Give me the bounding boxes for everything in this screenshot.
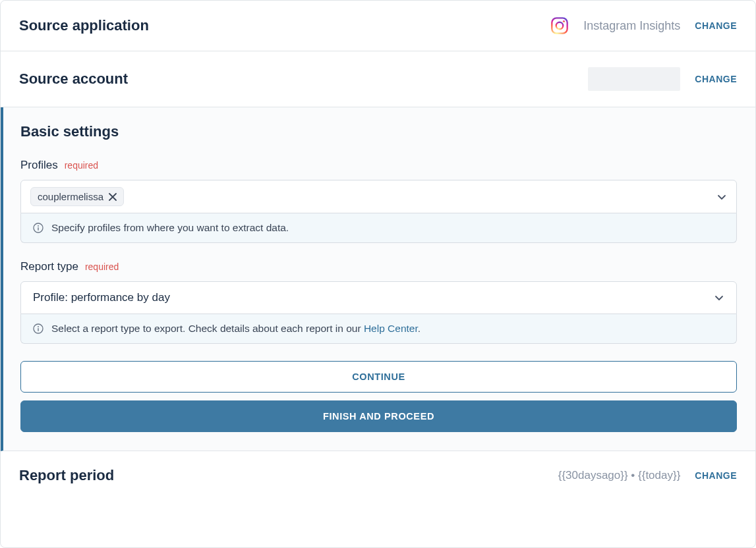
svg-rect-5: [38, 227, 38, 231]
report-type-help-text: Select a report type to export. Check de…: [51, 323, 421, 335]
source-application-change-button[interactable]: CHANGE: [695, 20, 737, 31]
help-center-link[interactable]: Help Center: [364, 323, 418, 334]
source-account-change-button[interactable]: CHANGE: [695, 74, 737, 84]
source-account-value-placeholder: [588, 67, 680, 91]
report-type-help-post: .: [418, 323, 421, 334]
profiles-help: Specify profiles from where you want to …: [20, 213, 737, 243]
report-type-label: Report type: [20, 260, 78, 273]
report-period-title: Report period: [19, 467, 114, 484]
svg-point-2: [563, 20, 565, 22]
source-account-right: CHANGE: [588, 67, 737, 91]
source-application-row: Source application: [19, 16, 737, 35]
source-account-section: Source account CHANGE: [1, 51, 755, 107]
instagram-icon: [550, 16, 569, 35]
profiles-required-label: required: [65, 160, 98, 171]
report-type-field: Report type required Profile: performanc…: [20, 260, 737, 344]
profiles-label: Profiles: [20, 159, 58, 172]
info-icon: [33, 323, 44, 334]
report-period-change-button[interactable]: CHANGE: [695, 470, 737, 481]
svg-point-7: [38, 326, 39, 327]
report-period-row: Report period {{30daysago}} • {{today}} …: [19, 467, 737, 484]
profiles-help-text: Specify profiles from where you want to …: [51, 222, 289, 234]
basic-settings-title: Basic settings: [20, 123, 737, 140]
report-type-select[interactable]: Profile: performance by day: [20, 281, 737, 314]
svg-rect-0: [552, 18, 567, 33]
chevron-down-icon: [714, 292, 724, 303]
finish-and-proceed-button[interactable]: FINISH AND PROCEED: [20, 400, 737, 432]
source-account-row: Source account CHANGE: [19, 67, 737, 91]
svg-point-4: [38, 225, 39, 227]
svg-point-1: [556, 22, 564, 30]
profiles-select[interactable]: couplermelissa: [20, 180, 737, 213]
source-account-title: Source account: [19, 70, 128, 88]
report-period-right: {{30daysago}} • {{today}} CHANGE: [558, 469, 737, 482]
profile-chip: couplermelissa: [30, 187, 124, 206]
source-application-right: Instagram Insights CHANGE: [550, 16, 737, 35]
source-application-value: Instagram Insights: [583, 19, 680, 33]
report-type-help: Select a report type to export. Check de…: [20, 314, 737, 344]
settings-container: Source application: [0, 0, 756, 548]
basic-settings-section: Basic settings Profiles required coupler…: [1, 107, 755, 451]
source-application-title: Source application: [19, 17, 149, 34]
continue-button[interactable]: CONTINUE: [20, 361, 737, 393]
chevron-down-icon: [716, 192, 727, 202]
report-type-value: Profile: performance by day: [33, 291, 170, 304]
report-type-required-label: required: [85, 261, 119, 272]
profiles-label-row: Profiles required: [20, 159, 737, 172]
info-icon: [33, 223, 44, 233]
profile-chip-remove-icon[interactable]: [109, 193, 117, 201]
profiles-field: Profiles required couplermelissa Sp: [20, 159, 737, 243]
report-type-help-pre: Select a report type to export. Check de…: [51, 323, 364, 334]
source-application-section: Source application: [1, 1, 755, 51]
report-type-label-row: Report type required: [20, 260, 737, 273]
svg-rect-8: [38, 328, 38, 331]
report-period-section: Report period {{30daysago}} • {{today}} …: [1, 451, 755, 500]
report-period-value: {{30daysago}} • {{today}}: [558, 469, 681, 482]
profile-chip-label: couplermelissa: [38, 191, 103, 202]
